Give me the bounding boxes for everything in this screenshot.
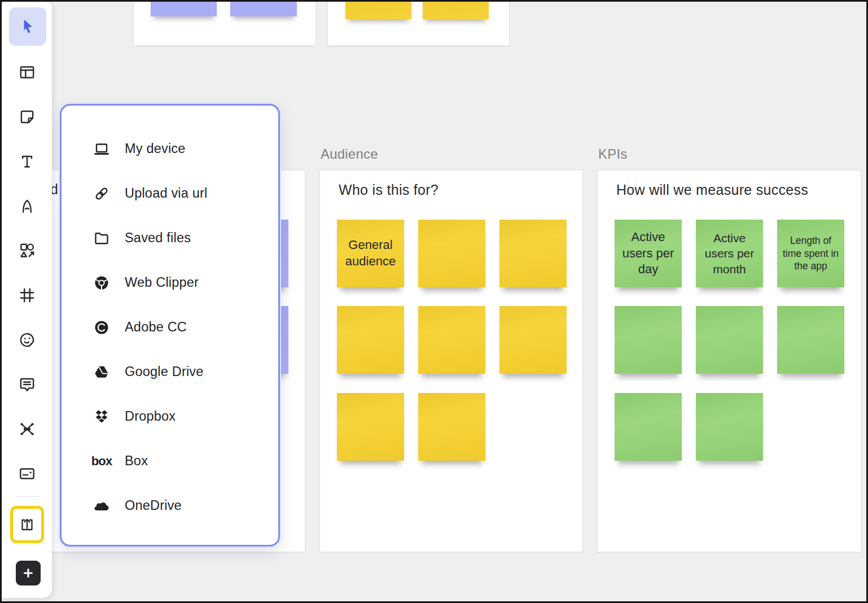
dropbox-icon xyxy=(92,407,111,426)
menu-item-my-device[interactable]: My device xyxy=(62,126,278,171)
frame-icon xyxy=(17,286,37,305)
sticky-note-icon xyxy=(17,107,37,126)
sticky-note[interactable] xyxy=(230,0,297,16)
menu-item-dropbox[interactable]: Dropbox xyxy=(62,394,278,439)
menu-item-label: Dropbox xyxy=(125,409,176,424)
google-drive-icon xyxy=(92,362,111,382)
templates-icon xyxy=(17,63,37,82)
more-apps-button[interactable] xyxy=(16,561,41,585)
menu-item-label: OneDrive xyxy=(125,498,182,513)
sticky-note[interactable] xyxy=(777,306,844,374)
sticky-note[interactable] xyxy=(151,0,217,16)
menu-item-label: Web Clipper xyxy=(125,275,199,290)
sticky-note-text: Length of time spent in the app xyxy=(781,234,840,273)
menu-item-label: Google Drive xyxy=(125,364,204,379)
sticky-note[interactable] xyxy=(423,0,489,19)
plus-icon xyxy=(19,564,37,582)
laptop-icon xyxy=(92,139,111,159)
text-tool-button[interactable] xyxy=(11,145,43,178)
sticky-note[interactable] xyxy=(499,220,567,287)
pen-icon xyxy=(17,196,37,216)
sticky-note-text: General audience xyxy=(341,237,400,269)
frame-top-right-partial[interactable] xyxy=(327,0,510,46)
connector-tool-button[interactable] xyxy=(11,413,43,445)
shapes-tool-button[interactable] xyxy=(11,234,43,267)
upload-tool-button[interactable] xyxy=(10,506,44,543)
sticky-note[interactable] xyxy=(696,393,763,461)
sticker-tool-button[interactable] xyxy=(11,324,43,356)
menu-item-label: Adobe CC xyxy=(125,320,187,335)
menu-item-label: Box xyxy=(125,453,148,469)
chrome-icon xyxy=(92,273,111,292)
audience-heading[interactable]: Who is this for? xyxy=(339,182,439,198)
sticky-note[interactable] xyxy=(345,0,411,19)
menu-item-label: Upload via url xyxy=(125,186,208,201)
select-tool-button[interactable] xyxy=(9,7,46,46)
frame-kpis[interactable]: How will we measure success Active users… xyxy=(597,170,861,552)
sticky-note[interactable] xyxy=(418,306,485,374)
sticky-note[interactable] xyxy=(615,393,682,461)
connector-icon xyxy=(17,420,37,439)
cursor-icon xyxy=(18,17,37,36)
shapes-icon xyxy=(17,241,37,260)
sticky-note[interactable] xyxy=(696,306,763,374)
sticky-note[interactable]: Active users per day xyxy=(615,220,682,287)
toolbar-divider xyxy=(16,496,40,497)
menu-item-adobe-cc[interactable]: Adobe CC xyxy=(62,305,278,349)
whiteboard-app-screen: d Audience Who is this for? General audi… xyxy=(0,0,868,603)
sticky-note[interactable] xyxy=(499,306,567,374)
text-icon xyxy=(17,152,37,171)
comment-icon xyxy=(17,375,37,394)
templates-tool-button[interactable] xyxy=(11,56,43,89)
menu-item-saved-files[interactable]: Saved files xyxy=(62,216,278,260)
sticky-note[interactable] xyxy=(337,306,404,374)
frame-top-left-partial[interactable] xyxy=(133,0,316,46)
folder-icon xyxy=(92,229,111,248)
sticky-note-tool-button[interactable] xyxy=(11,100,43,133)
frame-audience[interactable]: Who is this for? General audience xyxy=(319,170,583,552)
sticky-note[interactable]: Active users per month xyxy=(696,220,763,287)
kpis-heading[interactable]: How will we measure success xyxy=(616,182,808,198)
pen-tool-button[interactable] xyxy=(11,190,43,222)
sticky-note-text: Active users per month xyxy=(700,230,759,277)
sticky-note[interactable] xyxy=(615,306,682,374)
menu-item-web-clipper[interactable]: Web Clipper xyxy=(62,260,278,305)
box-icon: box xyxy=(92,452,111,471)
sticky-note[interactable]: Length of time spent in the app xyxy=(777,220,844,287)
card-tool-button[interactable] xyxy=(11,457,43,490)
adobe-cc-icon xyxy=(92,318,111,337)
sticky-note[interactable] xyxy=(337,393,404,461)
menu-item-box[interactable]: box Box xyxy=(62,439,278,483)
card-icon xyxy=(17,464,37,483)
menu-item-google-drive[interactable]: Google Drive xyxy=(62,349,278,394)
tools-sidebar xyxy=(2,2,52,598)
menu-item-upload-via-url[interactable]: Upload via url xyxy=(62,171,278,216)
sticky-note[interactable] xyxy=(418,220,485,287)
sticky-note[interactable]: General audience xyxy=(337,220,404,287)
menu-item-label: Saved files xyxy=(125,230,191,246)
frame-title-audience[interactable]: Audience xyxy=(321,146,378,162)
link-icon xyxy=(92,184,111,203)
upload-icon xyxy=(18,515,36,534)
menu-item-label: My device xyxy=(125,141,186,156)
sticky-note[interactable] xyxy=(418,393,485,461)
sticky-note-text: Active users per day xyxy=(619,229,678,278)
onedrive-icon xyxy=(92,496,111,515)
comment-tool-button[interactable] xyxy=(11,368,43,401)
frame-title-kpis[interactable]: KPIs xyxy=(598,146,627,162)
menu-item-onedrive[interactable]: OneDrive xyxy=(62,483,278,528)
frame-tool-button[interactable] xyxy=(11,279,43,312)
sticker-icon xyxy=(17,330,37,349)
upload-menu-popup: My device Upload via url Saved files Web… xyxy=(60,104,280,547)
